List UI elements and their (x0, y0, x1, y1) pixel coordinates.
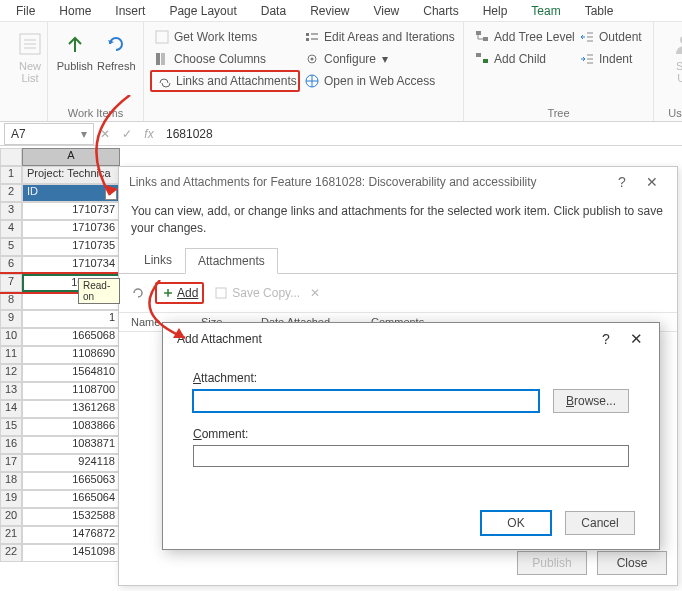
link-icon (156, 73, 172, 89)
menu-team[interactable]: Team (519, 2, 572, 20)
cell[interactable]: 1108700 (22, 382, 120, 400)
name-box[interactable]: A7▾ (4, 123, 94, 145)
tab-links[interactable]: Links (131, 247, 185, 273)
gear-icon (304, 51, 320, 67)
svg-rect-10 (311, 38, 318, 40)
tab-attachments[interactable]: Attachments (185, 248, 278, 274)
help-button[interactable]: ? (607, 174, 637, 190)
menu-help[interactable]: Help (471, 2, 520, 20)
columns-icon (154, 51, 170, 67)
menu-file[interactable]: File (4, 2, 47, 20)
publish-button[interactable]: Publish (54, 26, 96, 72)
help-button[interactable]: ? (591, 331, 621, 347)
row-header[interactable]: 2 (0, 184, 22, 202)
add-child-button[interactable]: Add Child (470, 48, 575, 70)
publish-button: Publish (517, 551, 587, 575)
cell[interactable]: 1710736 (22, 220, 120, 238)
refresh-button[interactable]: Refresh (96, 26, 138, 72)
cell[interactable]: 924118 (22, 454, 120, 472)
outdent-button[interactable]: Outdent (575, 26, 647, 48)
menu-insert[interactable]: Insert (103, 2, 157, 20)
cell[interactable]: 1665068 (22, 328, 120, 346)
add-attachment-button[interactable]: ＋Add (155, 282, 204, 304)
indent-button[interactable]: Indent (575, 48, 647, 70)
ribbon: New List Publish Refresh Work Items Get … (0, 22, 682, 122)
formula-value[interactable]: 1681028 (160, 127, 682, 141)
cell[interactable]: 1083871 (22, 436, 120, 454)
row-header[interactable]: 22 (0, 544, 22, 562)
select-all-corner[interactable] (0, 148, 22, 166)
cell[interactable]: 1564810 (22, 364, 120, 382)
row-header[interactable]: 17 (0, 454, 22, 472)
links-attachments-button[interactable]: Links and Attachments (150, 70, 300, 92)
close-icon[interactable]: ✕ (621, 330, 651, 348)
publish-icon (61, 30, 89, 58)
column-header-a[interactable]: A (22, 148, 120, 166)
cell[interactable]: 1 (22, 310, 120, 328)
row-header[interactable]: 10 (0, 328, 22, 346)
ok-button[interactable]: OK (481, 511, 551, 535)
menu-view[interactable]: View (361, 2, 411, 20)
svg-rect-14 (476, 31, 481, 35)
row-header[interactable]: 3 (0, 202, 22, 220)
add-tree-level-button[interactable]: Add Tree Level (470, 26, 575, 48)
row-header[interactable]: 19 (0, 490, 22, 508)
comment-input[interactable] (193, 445, 629, 467)
cancel-button[interactable]: Cancel (565, 511, 635, 535)
open-web-button[interactable]: Open in Web Access (300, 70, 459, 92)
refresh-attachments-icon[interactable] (131, 286, 145, 300)
cell[interactable]: 1710734 (22, 256, 120, 274)
menu-home[interactable]: Home (47, 2, 103, 20)
menu-data[interactable]: Data (249, 2, 298, 20)
choose-columns-button[interactable]: Choose Columns (150, 48, 300, 70)
group-label-tree: Tree (464, 107, 653, 119)
refresh-icon (102, 30, 130, 58)
tree-icon (474, 29, 490, 45)
edit-areas-button[interactable]: Edit Areas and Iterations (300, 26, 459, 48)
row-header[interactable]: 14 (0, 400, 22, 418)
browse-button[interactable]: Browse... (553, 389, 629, 413)
cell-id-header[interactable]: ID (22, 184, 120, 202)
row-header[interactable]: 5 (0, 238, 22, 256)
row-header[interactable]: 21 (0, 526, 22, 544)
cell[interactable]: 1361268 (22, 400, 120, 418)
row-header[interactable]: 15 (0, 418, 22, 436)
menu-bar: File Home Insert Page Layout Data Review… (0, 0, 682, 22)
svg-rect-17 (483, 59, 488, 63)
svg-rect-6 (161, 53, 165, 65)
cell[interactable]: 1665063 (22, 472, 120, 490)
row-header[interactable]: 20 (0, 508, 22, 526)
cell[interactable]: 1665064 (22, 490, 120, 508)
close-button[interactable]: Close (597, 551, 667, 575)
cell[interactable]: 1532588 (22, 508, 120, 526)
row-header[interactable]: 1 (0, 166, 22, 184)
row-header[interactable]: 4 (0, 220, 22, 238)
configure-button[interactable]: Configure▾ (300, 48, 459, 70)
dialog-title: Links and Attachments for Feature 168102… (129, 175, 607, 189)
fx-icon[interactable]: fx (138, 127, 160, 141)
worksheet-grid[interactable]: A 1Project: Technica 2ID 31710737 417107… (0, 148, 120, 562)
cell[interactable]: 1476872 (22, 526, 120, 544)
row-header[interactable]: 11 (0, 346, 22, 364)
cell[interactable]: 1710737 (22, 202, 120, 220)
attachment-path-input[interactable] (193, 390, 539, 412)
cell[interactable]: 1108690 (22, 346, 120, 364)
row-header[interactable]: 7 (0, 274, 22, 292)
menu-table[interactable]: Table (573, 2, 626, 20)
row-header[interactable]: 12 (0, 364, 22, 382)
row-header[interactable]: 16 (0, 436, 22, 454)
menu-charts[interactable]: Charts (411, 2, 470, 20)
row-header[interactable]: 9 (0, 310, 22, 328)
row-header[interactable]: 6 (0, 256, 22, 274)
row-header[interactable]: 13 (0, 382, 22, 400)
menu-page-layout[interactable]: Page Layout (157, 2, 248, 20)
cell[interactable]: 1451098 (22, 544, 120, 562)
svg-rect-16 (476, 53, 481, 57)
cell[interactable]: 1083866 (22, 418, 120, 436)
row-header[interactable]: 8 (0, 292, 22, 310)
cell-project[interactable]: Project: Technica (22, 166, 120, 184)
row-header[interactable]: 18 (0, 472, 22, 490)
close-icon[interactable]: ✕ (637, 174, 667, 190)
cell[interactable]: 1710735 (22, 238, 120, 256)
menu-review[interactable]: Review (298, 2, 361, 20)
